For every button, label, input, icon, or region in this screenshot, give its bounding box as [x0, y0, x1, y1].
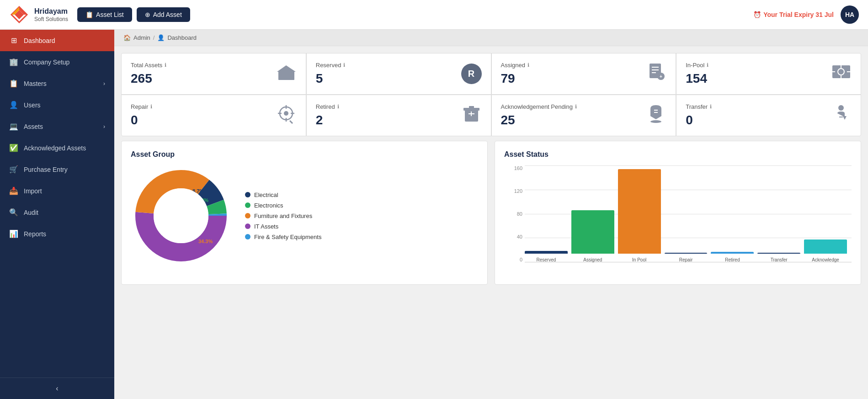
ack-pending-info-icon[interactable]: ℹ: [575, 104, 577, 110]
svg-marker-5: [277, 65, 296, 72]
sidebar-label-reports: Reports: [24, 230, 46, 238]
donut-legend: Electrical Electronics Furniture and Fix…: [245, 192, 321, 240]
sidebar-item-audit[interactable]: 🔍 Audit: [0, 202, 114, 223]
logo-text-block: Hridayam Soft Solutions: [34, 7, 68, 23]
retired-info-icon[interactable]: ℹ: [337, 104, 339, 110]
main-content: 🏠 Admin / 👤 Dashboard Total Assets ℹ 265: [114, 30, 868, 399]
header-right: ⏰ Your Trial Expiry 31 Jul HA: [753, 5, 859, 24]
sidebar-item-company-setup[interactable]: 🏢 Company Setup: [0, 51, 114, 73]
repair-info-icon[interactable]: ℹ: [150, 104, 152, 110]
svg-point-33: [838, 105, 844, 111]
sidebar-label-acknowledged-assets: Acknowledged Assets: [24, 144, 86, 152]
purchase-entry-icon: 🛒: [9, 165, 18, 174]
legend-electronics: Electronics: [245, 202, 321, 209]
y-axis: 160 120 80 40 0: [504, 165, 522, 262]
sidebar-label-purchase-entry: Purchase Entry: [24, 166, 68, 173]
clock-icon: ⏰: [753, 11, 761, 18]
bar-repair: Repair: [665, 165, 708, 262]
charts-row: Asset Group: [121, 141, 861, 285]
svg-point-30: [650, 120, 661, 123]
legend-electrical: Electrical: [245, 192, 321, 198]
total-assets-value: 265: [131, 71, 166, 86]
import-icon: 📥: [9, 186, 18, 195]
y-label-0: 0: [504, 257, 522, 262]
main-layout: ⊞ Dashboard 🏢 Company Setup 📋 Masters › …: [0, 30, 868, 399]
user-avatar[interactable]: HA: [841, 5, 859, 24]
legend-it-assets: IT Assets: [245, 223, 321, 230]
bar-transfer: Transfer: [757, 165, 800, 262]
svg-rect-31: [654, 110, 658, 111]
stat-repair[interactable]: Repair ℹ 0: [122, 95, 306, 136]
bar-assigned-label: Assigned: [583, 257, 602, 262]
sidebar-label-import: Import: [24, 187, 42, 195]
sidebar-item-purchase-entry[interactable]: 🛒 Purchase Entry: [0, 159, 114, 180]
sidebar: ⊞ Dashboard 🏢 Company Setup 📋 Masters › …: [0, 30, 114, 399]
add-asset-icon: ⊕: [145, 11, 150, 18]
bar-acknowledge-label: Acknowledge: [812, 257, 839, 262]
total-assets-label: Total Assets: [131, 62, 162, 69]
transfer-value: 0: [686, 113, 712, 128]
add-asset-label: Add Asset: [153, 11, 182, 18]
electrical-dot: [245, 192, 250, 197]
transfer-info-icon[interactable]: ℹ: [710, 104, 712, 110]
logo: Hridayam Soft Solutions: [9, 5, 68, 25]
header-left: Hridayam Soft Solutions 📋 Asset List ⊕ A…: [9, 5, 190, 25]
breadcrumb-separator: /: [153, 34, 155, 41]
total-assets-icon: [276, 62, 297, 86]
donut-chart-svg: 8.7% 4.9% 51.3% 34.3%: [131, 165, 231, 266]
sidebar-item-assets[interactable]: 💻 Assets ›: [0, 116, 114, 137]
acknowledged-assets-icon: ✅: [9, 144, 18, 152]
it-assets-label: IT Assets: [254, 223, 278, 230]
logo-name: Hridayam: [34, 7, 68, 16]
donut-container: 8.7% 4.9% 51.3% 34.3% Electrical: [131, 165, 478, 266]
stats-grid: Total Assets ℹ 265 Reserve: [121, 53, 861, 136]
stat-total-assets[interactable]: Total Assets ℹ 265: [122, 53, 306, 94]
bar-transfer-fill: [757, 253, 800, 254]
bar-repair-fill: [665, 253, 708, 254]
stat-acknowledgement-pending[interactable]: Acknowledgement Pending ℹ 25: [492, 95, 676, 136]
header-buttons: 📋 Asset List ⊕ Add Asset: [77, 7, 190, 22]
company-setup-icon: 🏢: [9, 58, 18, 66]
sidebar-item-acknowledged-assets[interactable]: ✅ Acknowledged Assets: [0, 137, 114, 159]
bars-container: Reserved Assigned: [525, 165, 847, 262]
stat-assigned[interactable]: Assigned ℹ 79 +: [492, 53, 676, 94]
svg-line-25: [290, 121, 293, 123]
svg-rect-28: [469, 106, 474, 108]
asset-status-chart: Asset Status 160 120 80 40 0: [495, 141, 861, 285]
legend-fire-safety: Fire & Safety Equipments: [245, 234, 321, 240]
legend-furniture: Furniture and Fixtures: [245, 213, 321, 219]
breadcrumb-admin[interactable]: Admin: [133, 34, 150, 41]
transfer-icon: [831, 103, 852, 128]
stat-in-pool[interactable]: In-Pool ℹ 154: [676, 53, 861, 94]
sidebar-item-dashboard[interactable]: ⊞ Dashboard: [0, 30, 114, 51]
retired-icon: [461, 103, 482, 128]
asset-list-button[interactable]: 📋 Asset List: [77, 7, 132, 22]
sidebar-collapse-button[interactable]: ‹: [0, 378, 114, 399]
furniture-label: Furniture and Fixtures: [254, 213, 312, 219]
sidebar-item-users[interactable]: 👤 Users: [0, 94, 114, 116]
sidebar-item-import[interactable]: 📥 Import: [0, 180, 114, 202]
assigned-value: 79: [501, 71, 529, 86]
svg-text:+: +: [660, 74, 662, 79]
stat-transfer[interactable]: Transfer ℹ 0: [676, 95, 861, 136]
sidebar-item-masters[interactable]: 📋 Masters ›: [0, 73, 114, 94]
assigned-label: Assigned: [501, 62, 525, 69]
bar-in-pool-fill: [618, 169, 661, 254]
transfer-label: Transfer: [686, 103, 708, 110]
sidebar-item-reports[interactable]: 📊 Reports: [0, 223, 114, 245]
bar-chart-wrapper: 160 120 80 40 0: [504, 165, 852, 275]
in-pool-info-icon[interactable]: ℹ: [707, 62, 708, 68]
repair-label: Repair: [131, 103, 148, 110]
stat-reserved[interactable]: Reserved ℹ 5 R: [307, 53, 491, 94]
y-label-80: 80: [504, 211, 522, 217]
reserved-info-icon[interactable]: ℹ: [343, 62, 345, 68]
in-pool-label: In-Pool: [686, 62, 704, 69]
asset-list-icon: 📋: [85, 11, 93, 18]
logo-subtitle: Soft Solutions: [34, 16, 68, 22]
assigned-info-icon[interactable]: ℹ: [527, 62, 529, 68]
stat-retired[interactable]: Retired ℹ 2: [307, 95, 491, 136]
total-assets-info-icon[interactable]: ℹ: [165, 62, 166, 68]
app-header: Hridayam Soft Solutions 📋 Asset List ⊕ A…: [0, 0, 868, 30]
add-asset-button[interactable]: ⊕ Add Asset: [137, 7, 190, 22]
sidebar-label-masters: Masters: [24, 80, 47, 87]
